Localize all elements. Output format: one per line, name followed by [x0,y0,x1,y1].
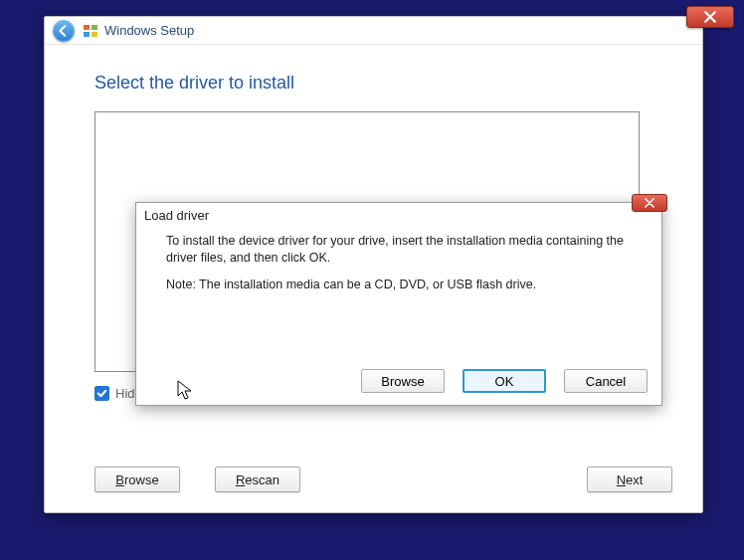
titlebar: Windows Setup [45,17,702,45]
window-close-button[interactable] [686,6,734,28]
dialog-button-row: Browse OK Cancel [361,369,648,393]
dialog-text-1: To install the device driver for your dr… [166,233,642,267]
dialog-titlebar: Load driver [136,203,661,223]
bottom-button-row: Browse Rescan Next [94,467,672,492]
dialog-body: To install the device driver for your dr… [136,223,661,313]
load-driver-dialog: Load driver To install the device driver… [135,202,662,406]
dialog-title: Load driver [144,208,209,223]
browse-button[interactable]: Browse [94,467,180,492]
page-heading: Select the driver to install [94,73,652,93]
close-icon [645,198,654,208]
svg-rect-2 [84,32,90,37]
dialog-browse-button[interactable]: Browse [361,369,445,393]
window-title: Windows Setup [104,23,194,38]
next-button[interactable]: Next [587,467,672,492]
dialog-ok-button[interactable]: OK [463,369,546,393]
checkmark-icon [96,388,107,399]
back-button[interactable] [53,20,75,42]
dialog-cancel-button[interactable]: Cancel [564,369,648,393]
hide-incompatible-checkbox[interactable] [94,386,109,401]
svg-rect-0 [84,25,90,30]
dialog-close-button[interactable] [632,194,667,212]
close-icon [704,11,716,23]
rescan-button[interactable]: Rescan [215,467,300,492]
dialog-text-2: Note: The installation media can be a CD… [166,277,642,293]
arrow-left-icon [58,25,70,37]
svg-rect-3 [92,32,97,37]
svg-rect-1 [92,25,97,30]
app-icon [83,23,98,39]
